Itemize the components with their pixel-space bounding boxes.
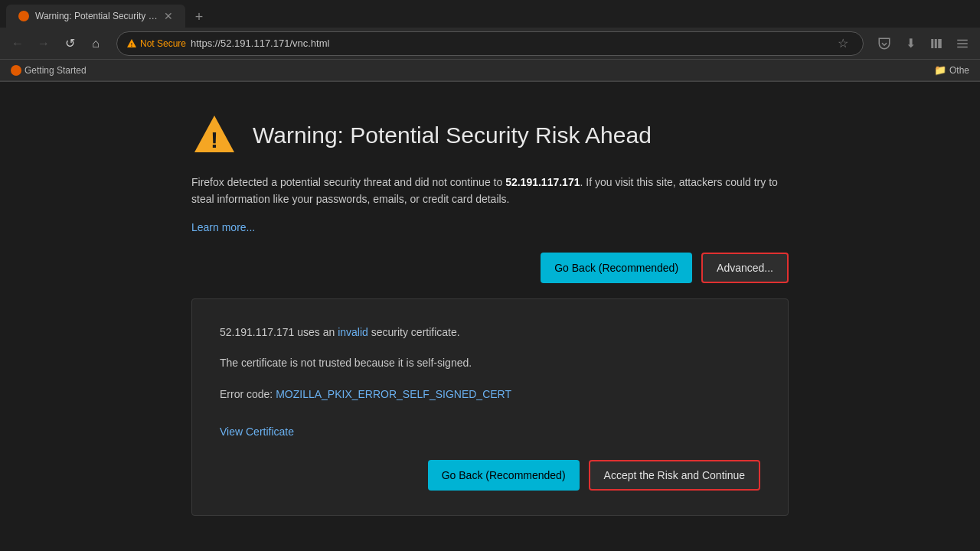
library-icon — [929, 37, 943, 51]
learn-more-link[interactable]: Learn more... — [191, 221, 255, 233]
view-certificate-link[interactable]: View Certificate — [220, 425, 294, 438]
cert-text-prefix: 52.191.117.171 uses an — [220, 326, 338, 338]
cert-invalid-text: 52.191.117.171 uses an invalid security … — [220, 324, 760, 341]
toolbar: ← → ↺ ⌂ ! Not Secure https://52.191.117.… — [0, 28, 980, 60]
advanced-button[interactable]: Advanced... — [701, 253, 789, 283]
active-tab[interactable]: Warning: Potential Security Risk Ahead ✕ — [6, 5, 185, 28]
svg-rect-2 — [931, 39, 933, 48]
bookmark-item-getting-started[interactable]: Getting Started — [6, 64, 91, 77]
reload-icon: ↺ — [65, 36, 75, 51]
forward-icon: → — [38, 37, 50, 51]
warning-title: Warning: Potential Security Risk Ahead — [253, 122, 652, 148]
svg-rect-4 — [938, 39, 942, 48]
svg-text:!: ! — [131, 42, 132, 47]
tab-close-icon[interactable]: ✕ — [164, 10, 173, 22]
folder-icon: 📁 — [934, 64, 946, 76]
main-button-row: Go Back (Recommended) Advanced... — [191, 253, 789, 283]
svg-rect-3 — [935, 39, 937, 48]
back-button[interactable]: ← — [6, 32, 29, 55]
warning-container: ! Warning: Potential Security Risk Ahead… — [191, 112, 789, 516]
browser-chrome: Warning: Potential Security Risk Ahead ✕… — [0, 0, 980, 82]
svg-text:!: ! — [211, 127, 218, 152]
star-icon: ☆ — [838, 36, 848, 51]
error-code-text: Error code: MOZILLA_PKIX_ERROR_SELF_SIGN… — [220, 386, 760, 403]
error-prefix: Error code: — [220, 388, 276, 400]
hamburger-icon — [956, 37, 969, 51]
bookmark-favicon — [11, 65, 21, 76]
cert-text-suffix: security certificate. — [368, 326, 460, 338]
go-back-recommended-button[interactable]: Go Back (Recommended) — [541, 253, 692, 283]
address-bar[interactable]: ! Not Secure https://52.191.117.171/vnc.… — [116, 31, 864, 56]
page-content: ! Warning: Potential Security Risk Ahead… — [0, 82, 980, 551]
reload-button[interactable]: ↺ — [58, 32, 81, 55]
other-label: Othe — [949, 65, 969, 76]
library-button[interactable] — [925, 32, 948, 55]
error-code-link[interactable]: MOZILLA_PKIX_ERROR_SELF_SIGNED_CERT — [276, 388, 511, 400]
invalid-link[interactable]: invalid — [338, 326, 368, 338]
security-label: Not Secure — [140, 38, 186, 49]
tab-bar: Warning: Potential Security Risk Ahead ✕… — [0, 0, 980, 28]
cert-self-signed-text: The certificate is not trusted because i… — [220, 354, 760, 371]
advanced-button-row: Go Back (Recommended) Accept the Risk an… — [220, 460, 760, 491]
tab-title: Warning: Potential Security Risk Ahead — [35, 11, 158, 21]
warning-body: Firefox detected a potential security th… — [191, 174, 789, 208]
tab-favicon — [18, 11, 29, 21]
toolbar-right: ⬇ — [873, 32, 974, 55]
new-tab-button[interactable]: + — [188, 6, 210, 28]
accept-risk-button[interactable]: Accept the Risk and Continue — [589, 460, 760, 491]
advanced-panel: 52.191.117.171 uses an invalid security … — [191, 298, 789, 516]
home-button[interactable]: ⌂ — [84, 32, 107, 55]
download-button[interactable]: ⬇ — [899, 32, 922, 55]
warning-body-prefix: Firefox detected a potential security th… — [191, 176, 505, 188]
back-icon: ← — [11, 37, 24, 51]
security-indicator: ! Not Secure — [126, 38, 186, 49]
cert-self-signed-label: The certificate is not trusted because i… — [220, 357, 472, 369]
go-back-recommended-button-2[interactable]: Go Back (Recommended) — [428, 460, 580, 491]
url-text[interactable]: https://52.191.117.171/vnc.html — [191, 37, 828, 49]
bookmark-star-button[interactable]: ☆ — [832, 33, 854, 54]
other-bookmarks[interactable]: 📁 Othe — [929, 63, 974, 77]
menu-button[interactable] — [951, 32, 974, 55]
warning-triangle-icon: ! — [191, 112, 237, 158]
lock-icon: ! — [126, 38, 137, 49]
warning-header: ! Warning: Potential Security Risk Ahead — [191, 112, 789, 158]
forward-button[interactable]: → — [32, 32, 55, 55]
warning-ip: 52.191.117.171 — [505, 176, 580, 188]
pocket-button[interactable] — [873, 32, 896, 55]
download-icon: ⬇ — [906, 36, 916, 51]
home-icon: ⌂ — [92, 37, 100, 51]
bookmark-label: Getting Started — [24, 65, 87, 76]
url-value: https://52.191.117.171/vnc.html — [191, 37, 329, 49]
pocket-icon — [877, 37, 891, 51]
bookmarks-bar: Getting Started 📁 Othe — [0, 60, 980, 81]
